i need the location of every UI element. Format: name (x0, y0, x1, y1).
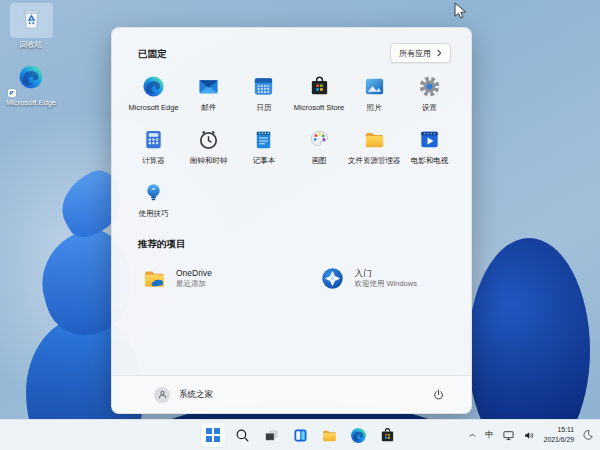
shortcut-arrow-icon (8, 89, 16, 97)
chevron-up-icon (468, 431, 477, 440)
all-apps-label: 所有应用 (399, 48, 431, 59)
photos-icon (363, 75, 386, 98)
focus-assist-moon-icon[interactable] (582, 429, 594, 441)
pinned-app-paint[interactable]: 画图 (292, 123, 347, 176)
widgets-icon (292, 427, 309, 444)
start-button[interactable] (201, 423, 225, 447)
edge-taskbar-button[interactable] (346, 423, 370, 447)
paint-palette-icon (308, 128, 331, 151)
taskbar-center-group (201, 420, 399, 450)
taskbar: 中 15:11 2021/6/29 (0, 419, 600, 450)
start-menu: 已固定 所有应用 Microsoft Edge 邮件 (111, 27, 472, 414)
desktop-icon-area: 回收站 Microsoft Edge (2, 3, 60, 121)
network-icon[interactable] (502, 429, 515, 442)
desktop-icon-recycle-bin[interactable]: 回收站 (2, 3, 60, 49)
edge-icon (142, 75, 165, 98)
chevron-right-icon (436, 49, 442, 57)
power-icon (432, 388, 445, 401)
recycle-bin-icon (10, 3, 53, 38)
pinned-apps-grid: Microsoft Edge 邮件 日历 (126, 70, 457, 229)
pinned-app-mail[interactable]: 邮件 (181, 70, 236, 123)
pinned-app-file-explorer[interactable]: 文件资源管理器 (347, 123, 402, 176)
task-view-icon (263, 427, 280, 444)
store-taskbar-button[interactable] (375, 423, 399, 447)
pinned-app-alarms-clock[interactable]: 闹钟和时钟 (181, 123, 236, 176)
desktop-icon-label: Microsoft Edge (6, 98, 56, 107)
pinned-app-photos[interactable]: 照片 (347, 70, 402, 123)
notepad-icon (252, 128, 275, 151)
pinned-app-movies-tv[interactable]: 电影和电视 (402, 123, 457, 176)
task-view-button[interactable] (259, 423, 283, 447)
recommended-item-subtitle: 最近添加 (176, 279, 212, 289)
recommended-item-title: 入门 (354, 268, 417, 279)
pinned-app-microsoft-edge[interactable]: Microsoft Edge (126, 70, 181, 123)
user-name: 系统之家 (179, 389, 213, 401)
hidden-icons-button[interactable] (468, 431, 477, 440)
calculator-icon (142, 128, 165, 151)
pinned-section-header: 已固定 (138, 48, 167, 61)
get-started-icon (320, 266, 345, 291)
power-button[interactable] (427, 384, 449, 406)
edge-icon (10, 62, 52, 96)
user-profile-button[interactable]: 系统之家 (148, 384, 219, 406)
search-icon (234, 427, 251, 444)
pinned-app-microsoft-store[interactable]: Microsoft Store (292, 70, 347, 123)
desktop-icon-edge[interactable]: Microsoft Edge (2, 62, 60, 107)
pinned-app-calendar[interactable]: 日历 (236, 70, 291, 123)
file-explorer-button[interactable] (317, 423, 341, 447)
taskbar-clock[interactable]: 15:11 2021/6/29 (544, 425, 574, 444)
movies-tv-icon (418, 128, 441, 151)
store-icon (379, 427, 396, 444)
search-button[interactable] (230, 423, 254, 447)
taskbar-time: 15:11 (544, 425, 574, 435)
pinned-app-notepad[interactable]: 记事本 (236, 123, 291, 176)
desktop-icon-label: 回收站 (20, 40, 43, 49)
gear-icon (418, 75, 441, 98)
calendar-icon (252, 75, 275, 98)
mail-icon (197, 75, 220, 98)
taskbar-tray: 中 15:11 2021/6/29 (468, 420, 594, 450)
folder-icon (321, 427, 338, 444)
store-icon (308, 75, 331, 98)
widgets-button[interactable] (288, 423, 312, 447)
windows-logo-icon (206, 428, 220, 442)
start-menu-user-bar: 系统之家 (112, 375, 471, 413)
pinned-app-settings[interactable]: 设置 (402, 70, 457, 123)
edge-icon (350, 427, 367, 444)
user-avatar-icon (154, 387, 170, 403)
clock-icon (197, 128, 220, 151)
recommended-grid: OneDrive 最近添加 入门 欢迎使用 Windows (138, 260, 451, 297)
recommended-item-subtitle: 欢迎使用 Windows (354, 279, 417, 289)
all-apps-button[interactable]: 所有应用 (390, 43, 451, 63)
pinned-app-tips[interactable]: 使用技巧 (126, 176, 181, 229)
recommended-item-onedrive[interactable]: OneDrive 最近添加 (138, 260, 316, 297)
lightbulb-icon (142, 181, 165, 204)
taskbar-date: 2021/6/29 (544, 435, 574, 445)
folder-icon (363, 128, 386, 151)
pinned-app-calculator[interactable]: 计算器 (126, 123, 181, 176)
speaker-icon[interactable] (523, 429, 536, 442)
recommended-item-title: OneDrive (176, 268, 212, 279)
onedrive-folder-icon (142, 266, 167, 291)
recommended-item-get-started[interactable]: 入门 欢迎使用 Windows (316, 260, 451, 297)
recommended-section-header: 推荐的项目 (138, 238, 186, 251)
ime-indicator[interactable]: 中 (485, 429, 494, 441)
